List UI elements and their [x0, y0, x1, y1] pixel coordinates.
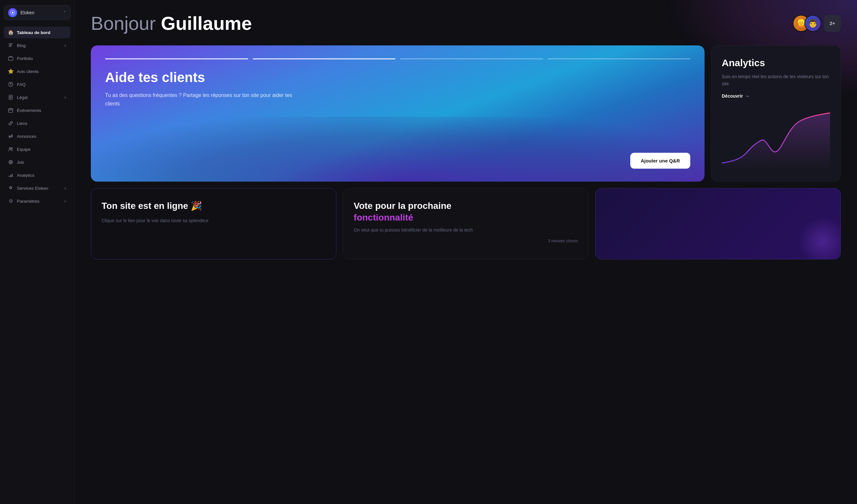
page-header: Bonjour Guillaume 👱 👨 2+	[91, 13, 841, 34]
svg-point-10	[10, 148, 11, 149]
sidebar-item-label: Equipe	[17, 147, 67, 152]
progress-bars	[105, 58, 690, 60]
avatar-user-2[interactable]: 👨	[804, 15, 821, 32]
sidebar-item-label: Avis clients	[17, 69, 67, 74]
progress-bar-2	[253, 58, 396, 60]
workspace-chevron-icon: ⌃	[63, 11, 66, 15]
main-content: Bonjour Guillaume 👱 👨 2+	[74, 0, 857, 504]
analytics-card: Analytics Suis en temps réel les actions…	[711, 46, 841, 182]
home-icon: 🏠	[8, 30, 14, 35]
site-online-title: Ton site est en ligne 🎉	[102, 200, 326, 212]
workspace-selector[interactable]: Eloken ⌃	[4, 5, 70, 20]
bottom-cards-row: Ton site est en ligne 🎉 Clique sur le li…	[91, 188, 841, 259]
faq-card-content: Aide tes clients Tu as des questions fré…	[105, 70, 690, 108]
sidebar-item-label: Tableau de bord	[17, 30, 67, 35]
chevron-down-icon: ∨	[64, 186, 67, 190]
sidebar-item-parametres[interactable]: ⚙ Paramètres ∨	[4, 195, 70, 207]
progress-bar-1	[105, 58, 248, 60]
header-avatars: 👱 👨 2+	[793, 15, 841, 32]
sidebar-item-faq[interactable]: FAQ	[4, 79, 70, 90]
svg-point-1	[12, 12, 14, 14]
sidebar-item-services-eloken[interactable]: Services Eloken ∨	[4, 182, 70, 194]
workspace-icon	[8, 8, 17, 17]
greeting-name: Guillaume	[161, 13, 252, 34]
svg-rect-16	[12, 174, 13, 177]
sidebar-item-tableau-de-bord[interactable]: 🏠 Tableau de bord	[4, 27, 70, 38]
svg-rect-3	[9, 45, 12, 46]
sidebar-item-label: Annonces	[17, 134, 67, 139]
timer-badge: 3 minutes chrono	[548, 239, 578, 243]
chevron-down-icon: ∨	[64, 199, 67, 203]
sidebar-item-blog[interactable]: Blog ∨	[4, 39, 70, 51]
portfolio-icon	[8, 55, 14, 61]
vote-card: Vote pour la prochaine fonctionnalité On…	[343, 188, 588, 259]
vote-title-highlight: fonctionnalité	[354, 213, 413, 222]
analytics-icon	[8, 172, 14, 178]
avatar-more-button[interactable]: 2+	[824, 15, 841, 32]
chevron-down-icon: ∨	[64, 44, 67, 48]
links-icon	[8, 120, 14, 126]
page-greeting: Bonjour Guillaume	[91, 13, 252, 34]
sidebar-item-job[interactable]: Job	[4, 156, 70, 168]
site-online-description: Clique sur le lien pour le voir dans tou…	[102, 217, 326, 224]
progress-bar-3	[400, 58, 543, 60]
sidebar-item-evenements[interactable]: Événements	[4, 104, 70, 116]
vote-description: On veut que tu puisses bénéficier de la …	[354, 226, 578, 234]
settings-icon: ⚙	[8, 198, 14, 204]
svg-point-7	[11, 85, 11, 86]
blog-icon	[8, 43, 14, 48]
analytics-card-title: Analytics	[722, 57, 830, 68]
add-faq-button[interactable]: Ajouter une Q&R	[630, 153, 690, 169]
vote-card-footer: 3 minutes chrono	[354, 239, 578, 243]
job-icon	[8, 159, 14, 165]
faq-card-description: Tu as des questions fréquentes ? Partage…	[105, 91, 293, 108]
progress-bar-4	[548, 58, 691, 60]
sidebar-item-avis-clients[interactable]: ⭐ Avis clients	[4, 66, 70, 77]
svg-rect-15	[11, 175, 11, 177]
svg-point-11	[11, 148, 13, 149]
star-icon: ⭐	[8, 68, 14, 74]
discover-label: Découvrir	[722, 94, 743, 99]
sidebar-item-portfolio[interactable]: Portfolio	[4, 52, 70, 64]
faq-card: Aide tes clients Tu as des questions fré…	[91, 46, 705, 182]
svg-rect-5	[9, 57, 13, 60]
sidebar-item-annonces[interactable]: Annonces	[4, 130, 70, 142]
services-icon	[8, 185, 14, 191]
svg-rect-4	[9, 46, 11, 47]
sidebar-item-label: Légal	[17, 95, 61, 100]
sidebar-item-label: Paramètres	[17, 199, 61, 204]
sidebar: Eloken ⌃ 🏠 Tableau de bord Blog ∨ Portfo…	[0, 0, 74, 504]
annonces-icon	[8, 133, 14, 139]
sidebar-item-label: FAQ	[17, 82, 67, 87]
team-icon	[8, 146, 14, 152]
faq-card-title: Aide tes clients	[105, 70, 690, 85]
sidebar-item-label: Événements	[17, 108, 67, 113]
faq-icon	[8, 81, 14, 87]
vote-title: Vote pour la prochaine fonctionnalité	[354, 200, 578, 224]
sidebar-item-analytics[interactable]: Analytics	[4, 169, 70, 181]
workspace-name: Eloken	[20, 10, 60, 15]
svg-rect-14	[9, 176, 10, 177]
events-icon	[8, 107, 14, 113]
third-card	[595, 188, 841, 259]
discover-link[interactable]: Découvrir →	[722, 94, 830, 99]
sidebar-item-label: Portfolio	[17, 56, 67, 61]
sidebar-item-legal[interactable]: Légal ∨	[4, 91, 70, 103]
top-cards-row: Aide tes clients Tu as des questions fré…	[91, 46, 841, 182]
faq-card-bottom: Ajouter une Q&R	[105, 153, 690, 169]
legal-icon	[8, 95, 14, 100]
sidebar-item-label: Blog	[17, 43, 61, 48]
analytics-chart	[722, 105, 830, 170]
chevron-down-icon: ∨	[64, 95, 67, 100]
arrow-icon: →	[745, 94, 749, 99]
greeting-prefix: Bonjour	[91, 13, 156, 34]
sidebar-item-liens[interactable]: Liens	[4, 117, 70, 129]
sidebar-item-equipe[interactable]: Equipe	[4, 144, 70, 155]
sidebar-item-label: Analytics	[17, 173, 67, 178]
sidebar-item-label: Job	[17, 160, 67, 165]
sidebar-item-label: Services Eloken	[17, 186, 61, 191]
analytics-card-description: Suis en temps réel les actions de tes vi…	[722, 73, 830, 87]
svg-point-13	[10, 162, 11, 163]
vote-title-prefix: Vote pour la prochaine	[354, 201, 451, 211]
svg-rect-9	[9, 108, 13, 113]
